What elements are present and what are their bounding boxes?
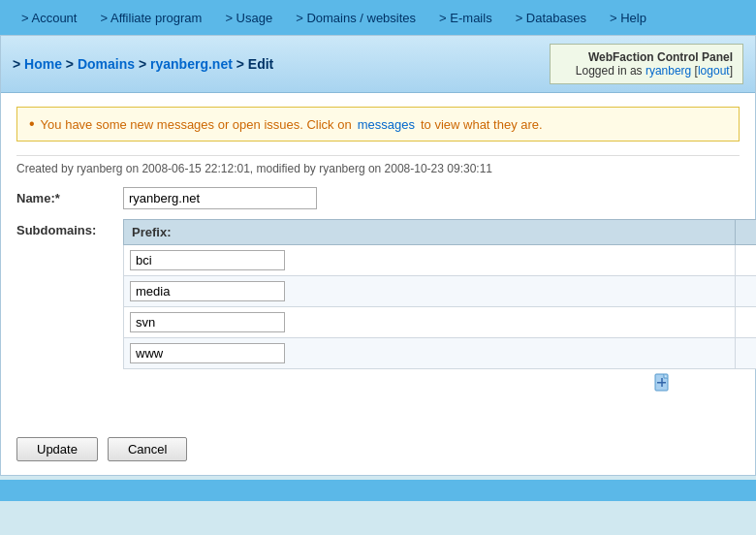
nav-affiliate[interactable]: > Affiliate program — [88, 11, 213, 25]
table-row — [124, 245, 757, 276]
name-input[interactable] — [123, 187, 317, 209]
nav-domains[interactable]: > Domains / websites — [284, 11, 427, 25]
name-label: Name:* — [16, 187, 123, 205]
notice-messages-link[interactable]: messages — [358, 117, 415, 132]
form-area: Name:* Subdomains: Prefix: Options — [16, 187, 740, 418]
nav-databases[interactable]: > Databases — [504, 11, 598, 25]
subdomain-prefix-cell — [124, 338, 736, 369]
breadcrumb-action: Edit — [248, 56, 273, 72]
subdomain-options-cell — [735, 276, 756, 307]
subdomain-input[interactable] — [130, 343, 285, 363]
add-subdomain-icon[interactable] — [654, 374, 672, 389]
panel-title: WebFaction Control Panel — [560, 50, 733, 64]
top-navigation: > Account > Affiliate program > Usage > … — [0, 0, 756, 35]
subdomain-prefix-cell — [124, 307, 736, 338]
subdomain-prefix-cell — [124, 276, 736, 307]
subdomain-input[interactable] — [130, 312, 285, 332]
subdomain-prefix-cell — [124, 245, 736, 276]
panel-info: WebFaction Control Panel Logged in as ry… — [550, 44, 743, 84]
breadcrumb-home[interactable]: Home — [24, 56, 62, 72]
nav-help[interactable]: > Help — [598, 11, 658, 25]
svg-rect-18 — [661, 378, 663, 387]
subdomain-options-cell — [735, 245, 756, 276]
meta-info: Created by ryanberg on 2008-06-15 22:12:… — [16, 155, 740, 175]
update-button[interactable]: Update — [16, 437, 98, 461]
subdomains-tbody — [124, 245, 757, 369]
notice-bullet: • — [29, 115, 35, 133]
subdomain-input[interactable] — [130, 281, 285, 301]
table-row — [124, 276, 757, 307]
notice-text-before: You have some new messages or open issue… — [41, 117, 352, 132]
buttons-row: Update Cancel — [16, 437, 740, 461]
subdomain-input[interactable] — [130, 250, 285, 270]
subdomain-options-cell — [735, 307, 756, 338]
breadcrumb-domains[interactable]: Domains — [78, 56, 135, 72]
panel-logged-as: Logged in as ryanberg [logout] — [560, 64, 733, 78]
subdomains-label: Subdomains: — [16, 219, 123, 237]
subdomains-table: Prefix: Options — [123, 219, 756, 369]
subdomain-options-cell — [735, 338, 756, 369]
nav-account[interactable]: > Account — [10, 11, 88, 25]
notice-bar: • You have some new messages or open iss… — [16, 107, 740, 142]
subdomains-table-wrapper: Prefix: Options — [123, 219, 756, 393]
notice-text-after: to view what they are. — [421, 117, 543, 132]
table-row — [124, 307, 757, 338]
table-row — [124, 338, 757, 369]
bottom-bar — [0, 480, 756, 501]
cancel-button[interactable]: Cancel — [108, 437, 187, 461]
panel-logout[interactable]: logout — [698, 64, 730, 78]
subdomains-row: Subdomains: Prefix: Options — [16, 219, 740, 393]
nav-emails[interactable]: > E-mails — [427, 11, 504, 25]
breadcrumb-domain[interactable]: ryanberg.net — [150, 56, 233, 72]
breadcrumb: > Home > Domains > ryanberg.net > Edit — [13, 56, 273, 72]
header-bar: > Home > Domains > ryanberg.net > Edit W… — [1, 36, 755, 93]
col-prefix-header: Prefix: — [124, 220, 736, 245]
nav-usage[interactable]: > Usage — [213, 11, 284, 25]
name-row: Name:* — [16, 187, 740, 209]
panel-username[interactable]: ryanberg — [646, 64, 691, 78]
add-row-area — [123, 369, 676, 393]
col-options-header: Options — [735, 220, 756, 245]
